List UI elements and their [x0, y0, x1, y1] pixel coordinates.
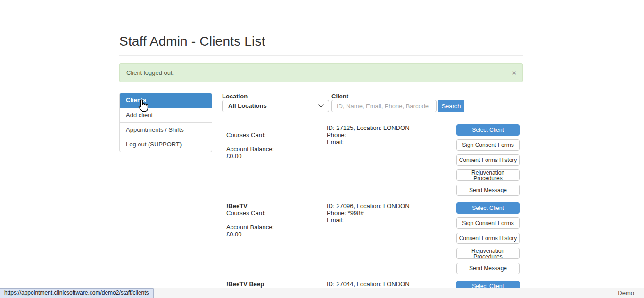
client-id-location: ID: 27125, Location: LONDON — [327, 124, 454, 131]
client-name — [226, 124, 323, 131]
client-contact-info: ID: 27096, Location: LONDON Phone: *998#… — [327, 202, 454, 224]
courses-card-value — [226, 217, 323, 224]
search-button[interactable]: Search — [438, 100, 464, 112]
courses-card-label: Courses Card: — [226, 131, 323, 138]
client-name: !BeeTV Beep — [226, 281, 323, 288]
page-title: Staff Admin - Clients List — [119, 34, 265, 49]
chevron-down-icon — [318, 104, 324, 108]
location-label: Location — [222, 93, 248, 100]
footer-demo-label: Demo — [618, 288, 634, 298]
client-id-location: ID: 27096, Location: LONDON — [327, 202, 454, 209]
send-message-button[interactable]: Send Message — [456, 263, 520, 274]
rejuvenation-procedures-button[interactable]: Rejuvenation Procedures — [456, 248, 520, 259]
account-balance-label: Account Balance: — [226, 145, 323, 153]
client-email: Email: — [327, 138, 454, 145]
sidebar-item-clients[interactable]: Clients — [120, 93, 212, 108]
client-name: !BeeTV — [226, 202, 323, 209]
rejuvenation-procedures-button[interactable]: Rejuvenation Procedures — [456, 169, 520, 181]
client-email: Email: — [327, 217, 454, 224]
consent-forms-history-button[interactable]: Consent Forms History — [456, 233, 520, 244]
account-balance-label: Account Balance: — [226, 224, 323, 231]
account-balance-value: £0.00 — [226, 153, 323, 160]
select-client-button[interactable]: Select Client — [456, 202, 520, 214]
client-row: !BeeTV Courses Card: Account Balance: £0… — [119, 202, 523, 281]
client-id-location: ID: 27044, Location: LONDON — [327, 281, 454, 288]
client-details: !BeeTV Beep — [226, 281, 323, 288]
title-divider — [119, 55, 523, 56]
alert-message: Client logged out. — [126, 69, 174, 76]
courses-card-value — [226, 138, 323, 145]
client-row: Courses Card: Account Balance: £0.00 ID:… — [119, 124, 523, 202]
client-actions: Select Client Sign Consent Forms Consent… — [456, 124, 520, 200]
send-message-button[interactable]: Send Message — [456, 185, 520, 196]
alert-success: Client logged out. × — [119, 63, 523, 82]
select-client-button[interactable]: Select Client — [456, 124, 520, 136]
client-label: Client — [331, 93, 348, 100]
client-details: Courses Card: Account Balance: £0.00 — [226, 124, 323, 160]
client-contact-info: ID: 27125, Location: LONDON Phone: Email… — [327, 124, 454, 145]
client-phone: Phone: *998# — [327, 209, 454, 217]
sidebar-item-add-client[interactable]: Add client — [120, 108, 212, 122]
client-actions: Select Client Sign Consent Forms Consent… — [456, 202, 520, 278]
browser-status-url: https://appointment.clinicsoftware.com/d… — [0, 288, 154, 298]
location-select[interactable]: All Locations — [222, 100, 329, 112]
account-balance-value: £0.00 — [226, 231, 323, 238]
courses-card-label: Courses Card: — [226, 209, 323, 217]
client-search-input[interactable] — [331, 100, 437, 112]
client-phone: Phone: — [327, 131, 454, 138]
location-select-value: All Locations — [228, 102, 267, 109]
sign-consent-forms-button[interactable]: Sign Consent Forms — [456, 217, 520, 229]
client-contact-info: ID: 27044, Location: LONDON — [327, 281, 454, 288]
client-details: !BeeTV Courses Card: Account Balance: £0… — [226, 202, 323, 238]
sign-consent-forms-button[interactable]: Sign Consent Forms — [456, 139, 520, 151]
close-icon[interactable]: × — [512, 64, 516, 82]
consent-forms-history-button[interactable]: Consent Forms History — [456, 154, 520, 166]
